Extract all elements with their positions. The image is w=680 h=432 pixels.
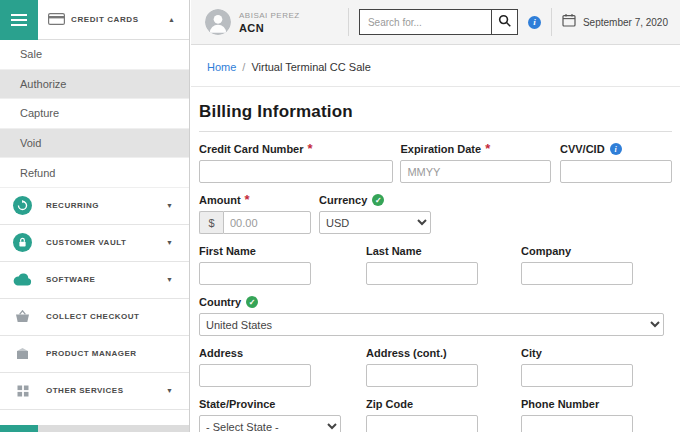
info-icon[interactable]: i bbox=[528, 16, 541, 29]
refresh-icon bbox=[13, 196, 32, 215]
avatar[interactable] bbox=[205, 9, 231, 35]
chevron-up-icon: ▲ bbox=[168, 16, 175, 23]
current-date: September 7, 2020 bbox=[583, 17, 668, 28]
state-select[interactable]: - Select State - bbox=[199, 415, 341, 432]
sidebar-group-label: CREDIT CARDS bbox=[71, 15, 139, 24]
check-icon: ✓ bbox=[372, 194, 384, 206]
field-label: State/Province bbox=[199, 398, 366, 410]
sidebar: CREDIT CARDS ▲ Sale Authorize Capture Vo… bbox=[0, 0, 190, 432]
basket-icon bbox=[13, 307, 32, 326]
field-label: Currency✓ bbox=[319, 194, 431, 206]
sidebar-section-customer-vault[interactable]: CUSTOMER VAULT ▼ bbox=[0, 225, 189, 262]
sidebar-item-authorize[interactable]: Authorize bbox=[0, 70, 189, 100]
search-input[interactable] bbox=[359, 9, 491, 35]
field-label: Credit Card Number* bbox=[199, 143, 400, 155]
field-label: City bbox=[521, 347, 633, 359]
sidebar-section-label: SOFTWARE bbox=[46, 275, 95, 284]
sidebar-item-void[interactable]: Void bbox=[0, 129, 189, 159]
sidebar-footer bbox=[0, 425, 189, 432]
breadcrumb-home-link[interactable]: Home bbox=[207, 61, 236, 73]
lock-icon bbox=[13, 233, 32, 252]
page: CREDIT CARDS ▲ Sale Authorize Capture Vo… bbox=[0, 0, 680, 432]
divider bbox=[348, 8, 349, 36]
last-name-input[interactable] bbox=[366, 262, 478, 285]
city-input[interactable] bbox=[521, 364, 633, 387]
sidebar-section-label: OTHER SERVICES bbox=[46, 386, 124, 395]
chevron-down-icon: ▼ bbox=[166, 387, 173, 394]
sidebar-section-software[interactable]: SOFTWARE ▼ bbox=[0, 262, 189, 299]
sidebar-item-label: Sale bbox=[20, 48, 42, 60]
sidebar-group-credit-cards[interactable]: CREDIT CARDS ▲ bbox=[0, 0, 189, 40]
currency-prefix: $ bbox=[199, 211, 223, 234]
chevron-down-icon: ▼ bbox=[166, 239, 173, 246]
check-icon: ✓ bbox=[246, 296, 258, 308]
calendar-icon bbox=[562, 13, 576, 31]
first-name-input[interactable] bbox=[199, 262, 311, 285]
cvv-input[interactable] bbox=[560, 160, 672, 183]
search-button[interactable] bbox=[491, 9, 518, 35]
sidebar-item-label: Capture bbox=[20, 107, 59, 119]
field-label: Phone Number bbox=[521, 398, 633, 410]
sidebar-section-label: COLLECT CHECKOUT bbox=[46, 312, 139, 321]
sidebar-item-label: Authorize bbox=[20, 78, 66, 90]
address-cont-input[interactable] bbox=[366, 364, 478, 387]
sidebar-section-recurring[interactable]: RECURRING ▼ bbox=[0, 188, 189, 225]
billing-form: Billing Information Credit Card Number* … bbox=[191, 87, 680, 432]
required-icon: * bbox=[485, 144, 490, 154]
sidebar-section-label: PRODUCT MANAGER bbox=[46, 349, 137, 358]
hamburger-menu-icon[interactable] bbox=[0, 0, 38, 40]
sidebar-item-label: Refund bbox=[20, 167, 55, 179]
required-icon: * bbox=[308, 144, 313, 154]
field-label: Last Name bbox=[366, 245, 521, 257]
sidebar-section-other-services[interactable]: OTHER SERVICES ▼ bbox=[0, 373, 189, 410]
account-name: ACN bbox=[239, 22, 300, 34]
field-label: CVV/CIDi bbox=[560, 143, 672, 155]
credit-card-number-input[interactable] bbox=[199, 160, 393, 183]
user-menu[interactable]: ABISAI PEREZ ACN bbox=[239, 11, 300, 34]
grid-icon bbox=[13, 381, 32, 400]
sidebar-section-label: RECURRING bbox=[46, 201, 99, 210]
breadcrumb: Home / Virtual Terminal CC Sale bbox=[191, 45, 680, 87]
sidebar-item-capture[interactable]: Capture bbox=[0, 99, 189, 129]
info-icon[interactable]: i bbox=[610, 143, 622, 155]
required-icon: * bbox=[245, 195, 250, 205]
field-label: Zip Code bbox=[366, 398, 521, 410]
address-input[interactable] bbox=[199, 364, 311, 387]
expiration-date-input[interactable] bbox=[400, 160, 551, 183]
company-input[interactable] bbox=[521, 262, 633, 285]
date-picker[interactable]: September 7, 2020 bbox=[562, 13, 668, 31]
search-icon bbox=[498, 14, 511, 30]
phone-number-input[interactable] bbox=[521, 415, 633, 432]
form-row: Credit Card Number* Expiration Date* CVV… bbox=[199, 143, 672, 183]
top-header: ABISAI PEREZ ACN i bbox=[191, 0, 680, 45]
field-label: Country✓ bbox=[199, 296, 664, 308]
breadcrumb-current: Virtual Terminal CC Sale bbox=[251, 61, 370, 73]
sidebar-footer-accent bbox=[0, 425, 38, 432]
form-row: Address Address (cont.) City bbox=[199, 347, 672, 387]
form-row: Amount* $ Currency✓ USD bbox=[199, 194, 672, 234]
cloud-icon bbox=[13, 270, 32, 289]
sidebar-section-collect-checkout[interactable]: COLLECT CHECKOUT bbox=[0, 299, 189, 336]
header-right: i September 7, 2020 bbox=[338, 8, 668, 36]
box-icon bbox=[13, 344, 32, 363]
divider bbox=[551, 8, 552, 36]
sidebar-section-product-manager[interactable]: PRODUCT MANAGER bbox=[0, 336, 189, 373]
sidebar-item-refund[interactable]: Refund bbox=[0, 158, 189, 188]
field-label: Address bbox=[199, 347, 366, 359]
form-row: First Name Last Name Company bbox=[199, 245, 672, 285]
search-bar bbox=[359, 9, 518, 35]
country-select[interactable]: United States bbox=[199, 313, 664, 336]
sidebar-section-label: CUSTOMER VAULT bbox=[46, 238, 126, 247]
form-row: Country✓ United States bbox=[199, 296, 672, 336]
field-label: Amount* bbox=[199, 194, 319, 206]
sidebar-item-sale[interactable]: Sale bbox=[0, 40, 189, 70]
main-area: ABISAI PEREZ ACN i bbox=[191, 0, 680, 432]
field-label: Expiration Date* bbox=[400, 143, 560, 155]
zip-code-input[interactable] bbox=[366, 415, 478, 432]
amount-input[interactable] bbox=[223, 211, 311, 234]
user-name: ABISAI PEREZ bbox=[239, 11, 300, 20]
currency-select[interactable]: USD bbox=[319, 211, 431, 234]
credit-card-icon bbox=[48, 11, 65, 29]
page-title: Billing Information bbox=[199, 102, 672, 132]
field-label: Company bbox=[521, 245, 633, 257]
